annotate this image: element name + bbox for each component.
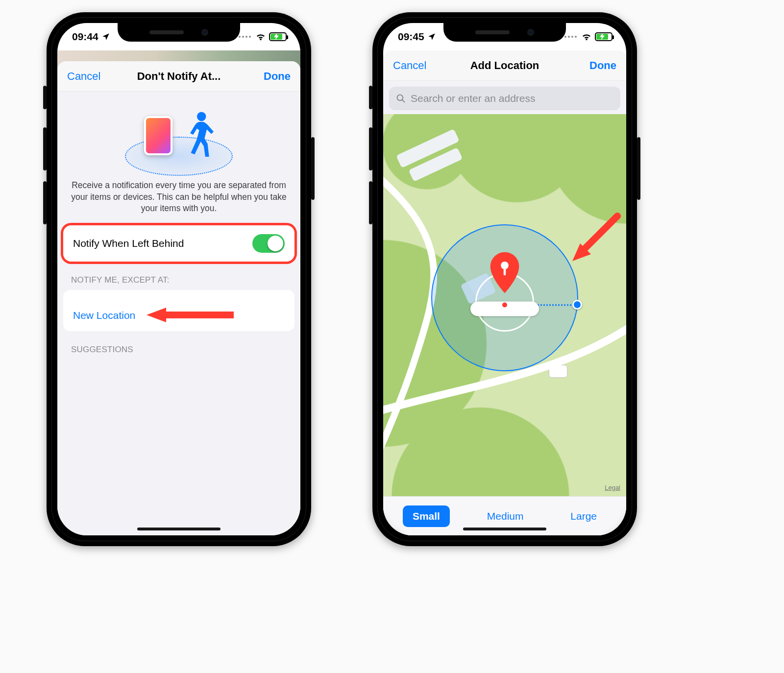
wifi-icon [255,32,266,41]
phone-left: 09:44 [47,12,311,546]
svg-rect-6 [504,265,506,275]
size-small-button[interactable]: Small [403,505,450,527]
search-placeholder: Search or enter an address [411,93,535,104]
annotation-arrow-icon [147,307,235,325]
hero-illustration [57,92,300,180]
svg-marker-2 [147,308,166,322]
front-camera [527,29,534,36]
volume-down-button [369,181,372,224]
map-pin-icon[interactable] [488,251,521,296]
size-large-button[interactable]: Large [561,505,607,527]
mute-switch [369,86,372,109]
status-time: 09:44 [72,31,98,43]
home-indicator[interactable] [463,528,546,530]
home-indicator[interactable] [137,528,220,530]
except-at-header: NOTIFY ME, EXCEPT AT: [71,275,287,285]
toggle-label: Notify When Left Behind [73,238,184,249]
screen-left: 09:44 [57,23,300,535]
wifi-icon [581,32,592,41]
sheet-add-location: Cancel Add Location Done Search or enter… [383,50,626,535]
battery-icon [595,32,612,41]
side-button [311,137,315,200]
mute-switch [43,86,47,109]
cancel-button[interactable]: Cancel [57,61,110,92]
done-button[interactable]: Done [580,50,626,81]
volume-up-button [369,127,372,170]
suggestions-header: SUGGESTIONS [71,345,287,355]
radius-drag-handle[interactable] [572,300,582,310]
screen-right: 09:45 [383,23,626,535]
except-at-card: New Location [63,290,294,331]
annotation-arrow-icon [564,211,622,272]
notify-left-behind-row[interactable]: Notify When Left Behind [63,225,294,262]
phone-right: 09:45 [372,12,637,546]
walking-person-icon [183,111,214,160]
search-icon [396,94,406,103]
pin-anchor-dot [502,303,507,308]
location-icon [101,32,110,41]
map-legal-link[interactable]: Legal [605,484,620,491]
notify-left-behind-toggle[interactable] [252,234,285,253]
svg-point-0 [197,112,206,121]
cancel-button[interactable]: Cancel [383,50,436,81]
location-icon [427,32,436,41]
description-text: Receive a notification every time you ar… [57,180,300,215]
front-camera [201,29,208,36]
new-location-button[interactable]: New Location [73,310,135,321]
status-time: 09:45 [398,31,424,43]
speaker-grille [475,30,510,34]
sheet-header: Cancel Add Location Done [383,50,626,81]
map-view[interactable]: Legal [383,114,626,496]
notch [443,23,566,42]
geofence-ellipse-icon [125,137,233,176]
sheet-header: Cancel Don't Notify At... Done [57,61,300,92]
side-button [637,137,640,200]
size-medium-button[interactable]: Medium [477,505,534,527]
svg-line-7 [582,216,617,251]
cellular-dots-icon [239,36,251,38]
ipad-icon [144,116,172,155]
cellular-dots-icon [564,36,577,38]
done-button[interactable]: Done [254,61,300,92]
svg-line-4 [402,100,405,102]
volume-down-button [43,181,47,224]
battery-icon [269,32,287,41]
volume-up-button [43,127,47,170]
speaker-grille [149,30,184,34]
toggle-knob [268,236,283,251]
sheet-title: Add Location [470,59,539,72]
search-input[interactable]: Search or enter an address [389,87,620,110]
sheet-title: Don't Notify At... [137,70,221,83]
sheet-dont-notify: Cancel Don't Notify At... Done Receive a… [57,61,300,535]
notch [118,23,240,42]
